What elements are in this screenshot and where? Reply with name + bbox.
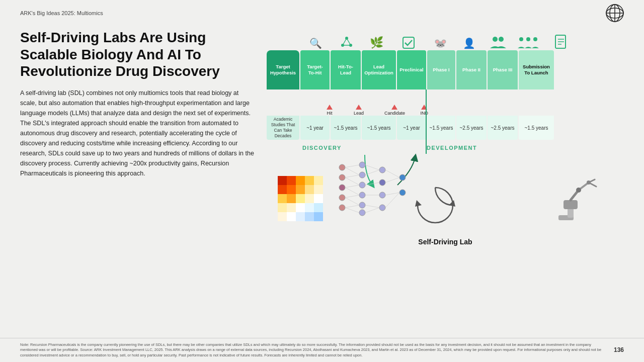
svg-line-73 bbox=[345, 177, 359, 185]
svg-line-77 bbox=[345, 198, 359, 205]
svg-line-76 bbox=[345, 195, 359, 198]
svg-point-61 bbox=[359, 192, 365, 198]
svg-line-70 bbox=[345, 165, 359, 167]
stage-pre: Preclinical bbox=[397, 50, 426, 89]
stage-p2: Phase II bbox=[456, 50, 487, 89]
svg-line-80 bbox=[365, 165, 379, 170]
ark-logo-icon bbox=[606, 4, 624, 22]
left-panel: Self-Driving Labs Are Using Scalable Bio… bbox=[20, 24, 257, 338]
svg-line-71 bbox=[345, 167, 359, 175]
sdl-section: Self-Driving Lab bbox=[267, 155, 624, 250]
svg-rect-43 bbox=[296, 212, 305, 221]
svg-point-16 bbox=[533, 37, 537, 41]
svg-point-15 bbox=[526, 37, 530, 41]
heatmap-container bbox=[278, 176, 323, 221]
lo-icon bbox=[391, 36, 426, 49]
svg-point-97 bbox=[576, 188, 581, 193]
svg-rect-45 bbox=[314, 212, 323, 221]
neural-net-svg bbox=[332, 157, 413, 218]
svg-point-63 bbox=[359, 210, 365, 216]
svg-point-65 bbox=[379, 179, 385, 186]
stage-p2-label: Phase II bbox=[462, 67, 480, 73]
development-label: DEVELOPMENT bbox=[427, 145, 477, 151]
svg-rect-23 bbox=[296, 176, 305, 185]
duration-p2: ~2.5 years bbox=[456, 116, 487, 140]
stage-p3-label: Phase III bbox=[493, 67, 513, 73]
svg-rect-24 bbox=[305, 176, 314, 185]
milestones-duration-container: Hit Lead Candidate bbox=[267, 89, 624, 154]
stage-lo: LeadOptimization bbox=[362, 50, 396, 89]
page-container: ARK's Big Ideas 2025: Multiomics Self-Dr… bbox=[0, 0, 644, 362]
svg-point-53 bbox=[339, 164, 345, 170]
svg-line-78 bbox=[345, 205, 359, 208]
milestone-spacer-target bbox=[267, 92, 299, 116]
discovery-section: DISCOVERY bbox=[300, 142, 426, 154]
heatmap-svg bbox=[278, 176, 323, 221]
footer: Note: Recursion Pharmaceuticals is the c… bbox=[0, 338, 644, 363]
svg-rect-29 bbox=[305, 185, 314, 194]
stage-target-label: TargetHypothesis bbox=[270, 64, 296, 76]
ind-label: IND bbox=[421, 111, 429, 116]
svg-point-66 bbox=[379, 192, 385, 198]
svg-line-81 bbox=[365, 170, 379, 175]
stage-tth-label: Target-To-Hit bbox=[307, 64, 323, 76]
discovery-development-divider bbox=[426, 89, 427, 154]
svg-point-57 bbox=[339, 205, 345, 211]
svg-rect-31 bbox=[278, 194, 287, 203]
duration-sub: ~1.5 years bbox=[519, 116, 554, 140]
svg-rect-39 bbox=[305, 203, 314, 212]
svg-line-79 bbox=[345, 208, 359, 213]
svg-rect-22 bbox=[287, 176, 296, 185]
stage-htl: Hit-To-Lead bbox=[331, 50, 361, 89]
stage-sub: SubmissionTo Launch bbox=[519, 50, 554, 89]
cycle-arrow-svg bbox=[413, 183, 458, 228]
robot-arm-svg bbox=[548, 172, 604, 228]
svg-rect-36 bbox=[278, 203, 287, 212]
svg-rect-94 bbox=[564, 200, 578, 209]
footer-note: Note: Recursion Pharmaceuticals is the c… bbox=[20, 342, 604, 358]
svg-point-60 bbox=[359, 182, 365, 188]
svg-rect-30 bbox=[314, 185, 323, 194]
svg-rect-25 bbox=[314, 176, 323, 185]
milestone-htl: Lead bbox=[331, 92, 361, 116]
svg-rect-37 bbox=[287, 203, 296, 212]
svg-rect-38 bbox=[296, 203, 305, 212]
milestone-pre: IND bbox=[397, 92, 426, 116]
duration-p3: ~2.5 years bbox=[488, 116, 518, 140]
stage-htl-label: Hit-To-Lead bbox=[338, 64, 353, 76]
svg-point-67 bbox=[379, 205, 385, 211]
svg-point-13 bbox=[499, 37, 504, 42]
development-section: DEVELOPMENT bbox=[427, 142, 550, 154]
stage-target: TargetHypothesis bbox=[267, 50, 299, 89]
svg-point-68 bbox=[399, 174, 406, 180]
svg-point-62 bbox=[359, 202, 365, 208]
svg-line-75 bbox=[345, 188, 359, 195]
discovery-label: DISCOVERY bbox=[302, 145, 342, 151]
svg-point-56 bbox=[339, 195, 345, 201]
target-icon: 🔍 bbox=[299, 37, 332, 49]
header: ARK's Big Ideas 2025: Multiomics bbox=[0, 0, 644, 24]
page-number: 136 bbox=[614, 346, 624, 353]
svg-line-9 bbox=[347, 38, 351, 45]
sub-icon bbox=[543, 34, 579, 49]
svg-marker-90 bbox=[415, 200, 422, 207]
svg-rect-44 bbox=[305, 212, 314, 221]
svg-point-59 bbox=[359, 172, 365, 178]
svg-point-12 bbox=[493, 37, 498, 42]
svg-rect-33 bbox=[296, 194, 305, 203]
stage-tth: Target-To-Hit bbox=[300, 50, 330, 89]
svg-line-72 bbox=[345, 175, 359, 177]
lead-triangle bbox=[356, 105, 362, 110]
htl-icon: 🌿 bbox=[361, 36, 391, 49]
milestone-tth: Hit bbox=[300, 92, 330, 116]
svg-line-82 bbox=[365, 183, 379, 185]
svg-rect-40 bbox=[314, 203, 323, 212]
svg-rect-32 bbox=[287, 194, 296, 203]
robot-arm-container bbox=[548, 172, 604, 228]
svg-rect-27 bbox=[287, 185, 296, 194]
duration-p1: ~1.5 years bbox=[427, 116, 455, 140]
stage-pre-label: Preclinical bbox=[399, 67, 424, 73]
svg-line-86 bbox=[385, 170, 399, 177]
p2-icon bbox=[483, 35, 513, 49]
cycle-arrow-container bbox=[413, 183, 458, 228]
